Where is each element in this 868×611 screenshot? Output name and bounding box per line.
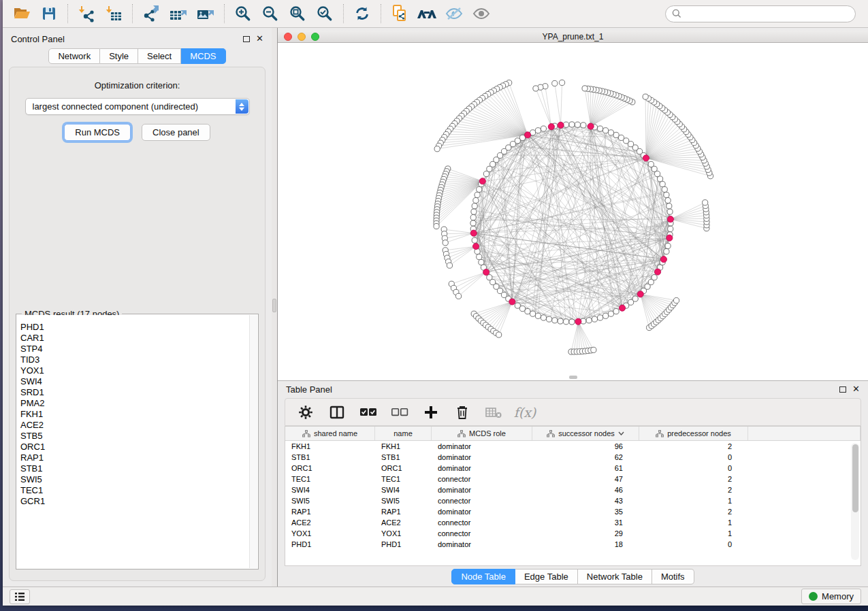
shared-column-icon [547,430,555,437]
shared-column-icon [457,430,466,437]
table-row[interactable]: FKH1FKH1dominator962 [285,441,861,452]
mcds-result-item[interactable]: YOX1 [20,365,257,376]
open-file-icon[interactable] [8,2,35,25]
hide-selected-icon[interactable] [440,2,468,25]
zoom-out-icon[interactable] [257,2,284,25]
zoom-in-icon[interactable] [229,2,257,25]
table-scrollbar[interactable] [851,443,859,560]
run-mcds-button[interactable]: Run MCDS [64,124,131,141]
column-header-successor-nodes[interactable]: successor nodes [532,427,639,440]
mcds-result-item[interactable]: GCR1 [20,496,257,507]
import-network-icon[interactable] [73,2,100,25]
column-layout-icon[interactable] [325,401,349,423]
control-panel-tabs: NetworkStyleSelectMCDS [3,47,272,65]
table-row[interactable]: TEC1TEC1connector472 [285,474,861,484]
mcds-result-item[interactable]: STB1 [20,463,257,474]
search-box[interactable] [665,5,856,22]
first-neighbors-icon[interactable] [413,2,440,25]
float-table-panel-icon[interactable] [839,386,846,393]
table-cell: FKH1 [285,441,375,452]
close-panel-button[interactable]: Close panel [142,124,210,141]
mcds-result-item[interactable]: ORC1 [20,442,257,452]
table-toolbar: f(x) [285,398,861,426]
export-table-icon[interactable] [165,2,192,25]
mcds-list-scrollbar[interactable] [249,315,257,568]
float-panel-icon[interactable] [243,36,250,42]
mcds-result-item[interactable]: CAR1 [20,333,257,344]
mcds-result-item[interactable]: ACE2 [20,420,257,431]
close-panel-icon[interactable]: ✕ [256,35,263,42]
close-table-panel-icon[interactable]: ✕ [852,386,860,393]
mcds-result-item[interactable]: SRD1 [20,387,257,398]
table-row[interactable]: YOX1YOX1connector291 [285,528,861,539]
mcds-result-item[interactable]: TID3 [20,354,257,365]
window-close-icon[interactable] [284,33,292,41]
tab-edge-table[interactable]: Edge Table [515,569,578,584]
mcds-result-item[interactable]: PMA2 [20,398,257,409]
memory-button[interactable]: Memory [801,589,861,604]
table-cell: PHD1 [375,539,432,550]
table-row[interactable]: ACE2ACE2connector311 [285,517,861,528]
window-maximize-icon[interactable] [311,33,319,41]
mcds-result-item[interactable]: FKH1 [20,409,257,420]
table-cell: dominator [432,506,532,517]
mcds-result-item[interactable]: SWI4 [20,376,257,387]
mcds-result-list[interactable]: PHD1CAR1STP4TID3YOX1SWI4SRD1PMA2FKH1ACE2… [17,315,257,568]
tab-select[interactable]: Select [138,48,181,64]
table-row[interactable]: PHD1PHD1dominator180 [285,539,861,550]
table-cell: 62 [532,452,639,463]
column-header-shared-name[interactable]: shared name [285,427,375,440]
zoom-fit-icon[interactable] [284,2,311,25]
table-cell: TEC1 [285,474,375,484]
table-row[interactable]: SWI5SWI5connector431 [285,495,861,506]
task-history-button[interactable] [10,589,30,604]
export-network-icon[interactable] [138,2,165,25]
node-table[interactable]: shared namenameMCDS rolesuccessor nodesp… [285,426,861,566]
add-column-icon[interactable] [419,401,443,423]
network-hscroll-thumb[interactable] [569,376,577,379]
mcds-result-item[interactable]: TEC1 [20,485,257,496]
export-image-icon[interactable] [192,2,219,25]
table-row[interactable]: STB1STB1dominator620 [285,452,861,463]
network-graph [278,43,868,380]
mcds-result-item[interactable]: SWI5 [20,474,257,485]
window-minimize-icon[interactable] [298,33,306,41]
mcds-tab-content: Optimization criterion: largest connecte… [9,67,266,581]
column-header-predecessor-nodes[interactable]: predecessor nodes [639,427,748,440]
table-cell: TEC1 [375,474,432,484]
table-row[interactable]: RAP1RAP1dominator352 [285,506,861,517]
tab-node-table[interactable]: Node Table [451,569,515,584]
delete-column-icon[interactable] [450,401,475,423]
table-cell: ORC1 [285,463,375,474]
clone-network-icon[interactable] [386,2,413,25]
zoom-selected-icon[interactable] [311,2,338,25]
tab-mcds[interactable]: MCDS [181,48,225,64]
table-scrollbar-thumb[interactable] [852,444,858,512]
show-all-icon[interactable] [468,2,495,25]
search-input[interactable] [686,9,849,19]
table-panel: Table Panel ✕ [278,381,868,587]
network-window-titlebar[interactable]: YPA_prune.txt_1 [278,31,868,43]
mcds-result-item[interactable]: STB5 [20,431,257,442]
table-row[interactable]: ORC1ORC1dominator610 [285,463,861,474]
mcds-result-item[interactable]: PHD1 [20,322,257,333]
network-canvas[interactable] [278,43,868,380]
panel-splitter[interactable] [272,28,278,587]
optimization-criterion-select[interactable]: largest connected component (undirected) [25,98,250,115]
tab-motifs[interactable]: Motifs [652,569,694,584]
select-all-icon[interactable] [356,401,381,423]
mcds-result-item[interactable]: RAP1 [20,452,257,463]
mcds-result-item[interactable]: STP4 [20,344,257,354]
tab-network[interactable]: Network [48,48,100,64]
deselect-all-icon[interactable] [387,401,412,423]
import-table-icon[interactable] [100,2,127,25]
save-session-icon[interactable] [35,2,63,25]
settings-gear-icon[interactable] [293,401,318,423]
column-header-name[interactable]: name [375,427,432,440]
refresh-icon[interactable] [349,2,376,25]
splitter-grip[interactable] [272,299,276,312]
column-header-mcds-role[interactable]: MCDS role [432,427,532,440]
tab-network-table[interactable]: Network Table [578,569,652,584]
tab-style[interactable]: Style [100,48,138,64]
table-row[interactable]: SWI4SWI4dominator462 [285,484,861,495]
